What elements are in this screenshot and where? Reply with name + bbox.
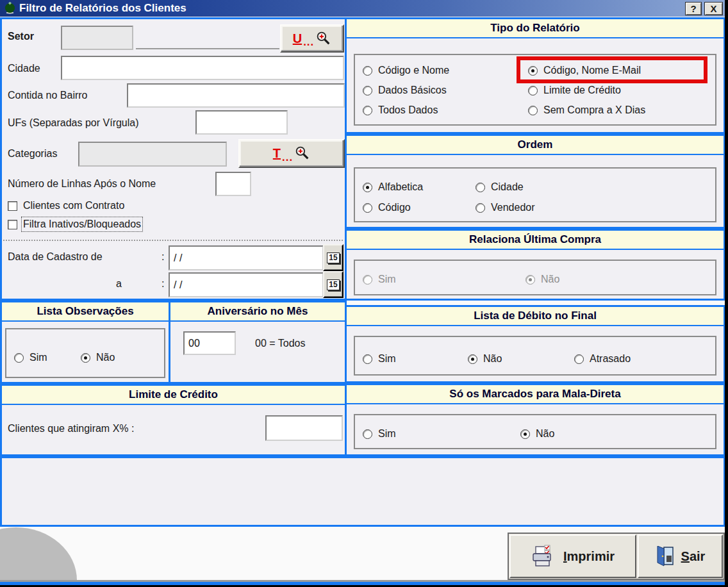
panel-header: Ordem — [347, 136, 724, 155]
radio-icon — [363, 106, 372, 115]
radio-icon-selected — [528, 66, 538, 76]
limite-credito-input[interactable] — [265, 415, 343, 441]
categorias-field — [78, 142, 227, 167]
radio-icon — [363, 275, 372, 285]
date-from-calendar-button[interactable]: 15 — [323, 244, 343, 271]
date-from-input[interactable] — [169, 245, 324, 270]
colon: : — [161, 251, 164, 263]
radio-limite-de-credito[interactable]: Limite de Crédito — [528, 84, 621, 97]
title-bar: Filtro de Relatórios dos Clientes ? X — [0, 0, 728, 17]
imprimir-button[interactable]: Imprimir — [509, 534, 636, 578]
radio-cidade[interactable]: Cidade — [476, 181, 524, 194]
aniversario-mes-input[interactable] — [183, 331, 236, 355]
radio-icon — [363, 86, 372, 95]
categorias-label: Categorias — [8, 148, 57, 160]
empty-bottom-panel — [0, 456, 725, 527]
imprimir-label: Imprimir — [563, 549, 615, 564]
radio-icon-selected — [520, 429, 530, 439]
radio-relaciona-sim-disabled: Sim — [363, 273, 396, 286]
num-linhas-label: Número de Linhas Após o Nome — [8, 178, 156, 190]
radio-debito-atrasado[interactable]: Atrasado — [574, 352, 631, 365]
radio-icon — [363, 429, 372, 439]
radio-icon — [476, 183, 485, 192]
bairro-label: Contida no Bairro — [8, 90, 88, 101]
radio-icon-selected — [81, 353, 90, 363]
panel-header: Aniversário no Mês — [170, 302, 345, 322]
setor-field — [61, 26, 133, 50]
ufs-input[interactable] — [195, 110, 288, 135]
cidade-label: Cidade — [8, 63, 40, 74]
exit-door-icon — [656, 546, 675, 566]
action-button-panel: Imprimir Sair — [508, 533, 725, 580]
bairro-input[interactable] — [127, 83, 345, 108]
radio-codigo-e-nome[interactable]: Código e Nome — [363, 64, 449, 77]
date-to-input[interactable] — [169, 272, 324, 297]
radio-codigo-nome-email[interactable]: Código, Nome E-Mail — [528, 64, 641, 77]
radio-vendedor[interactable]: Vendedor — [476, 201, 535, 214]
radio-mala-nao[interactable]: Não — [520, 427, 554, 440]
decorative-ellipse — [0, 527, 77, 587]
magnifier-icon — [315, 31, 331, 47]
data-cadastro-label: Data de Cadastro de — [8, 251, 103, 263]
radio-debito-sim[interactable]: Sim — [363, 352, 396, 365]
panel-header: Só os Marcados para Mala-Direta — [347, 385, 724, 404]
panel-header: Lista Observações — [2, 302, 169, 322]
panel-header: Tipo do Relatório — [347, 19, 724, 38]
radio-debito-nao[interactable]: Não — [468, 352, 502, 365]
window-title: Filtro de Relatórios dos Clientes — [19, 2, 186, 15]
date-to-calendar-button[interactable]: 15 — [323, 271, 343, 298]
radio-icon — [528, 86, 538, 95]
checkbox-icon — [8, 220, 17, 229]
radio-codigo[interactable]: Código — [363, 201, 411, 214]
radio-icon — [528, 106, 538, 115]
radio-alfabetica[interactable]: Alfabetica — [363, 181, 423, 194]
panel-header: Lista de Débito no Final — [347, 307, 724, 326]
dialog-filtro-relatorios: Filtro de Relatórios dos Clientes ? X Se… — [0, 0, 728, 587]
sair-button[interactable]: Sair — [638, 534, 723, 578]
radio-observacoes-nao[interactable]: Não — [81, 351, 115, 364]
radio-icon-selected — [363, 183, 372, 192]
aniversario-hint: 00 = Todos — [255, 338, 305, 349]
lista-debito-groupbox — [354, 336, 716, 376]
setor-underline — [136, 48, 279, 49]
radio-icon — [14, 353, 24, 363]
calendar-icon: 15 — [327, 252, 339, 263]
lookup-letter: U — [293, 31, 302, 46]
radio-icon-selected — [525, 275, 535, 285]
checkbox-label-focused: Filtra Inativos/Bloqueados — [23, 219, 141, 230]
checkbox-clientes-contrato[interactable]: Clientes com Contrato — [8, 200, 124, 211]
dotted-separator — [3, 240, 343, 241]
radio-icon — [476, 203, 485, 213]
right-black-edge — [725, 0, 728, 587]
panel-header: Relaciona Última Compra — [347, 231, 724, 250]
cidade-input[interactable] — [61, 56, 344, 80]
printer-icon — [531, 545, 557, 568]
lookup-letter: T — [273, 146, 281, 161]
checkbox-icon — [8, 201, 17, 211]
colon: : — [161, 278, 164, 290]
categorias-lookup-button[interactable]: T ... — [238, 139, 345, 168]
app-icon — [4, 2, 16, 14]
num-linhas-input[interactable] — [215, 172, 251, 196]
ordem-groupbox — [354, 167, 716, 222]
checkbox-label: Clientes com Contrato — [23, 200, 124, 211]
data-a-label: a — [116, 278, 122, 290]
radio-mala-sim[interactable]: Sim — [363, 427, 396, 440]
close-button[interactable]: X — [704, 2, 723, 15]
magnifier-icon — [294, 145, 310, 161]
radio-sem-compra-x-dias[interactable]: Sem Compra a X Dias — [528, 104, 645, 117]
checkbox-filtra-inativos[interactable]: Filtra Inativos/Bloqueados — [8, 219, 141, 230]
radio-observacoes-sim[interactable]: Sim — [14, 351, 47, 364]
limite-credito-label: Clientes que atingiram X% : — [8, 423, 134, 434]
lookup-dots: ... — [303, 36, 314, 49]
radio-dados-basicos[interactable]: Dados Básicos — [363, 84, 447, 97]
radio-todos-dados[interactable]: Todos Dados — [363, 104, 438, 117]
radio-icon — [363, 354, 372, 364]
help-button[interactable]: ? — [685, 2, 702, 15]
lookup-dots: ... — [282, 151, 293, 164]
radio-icon — [363, 203, 372, 213]
setor-lookup-button[interactable]: U ... — [280, 24, 344, 53]
radio-icon — [574, 354, 584, 364]
panel-header: Limite de Crédito — [2, 386, 345, 405]
radio-icon — [363, 66, 372, 76]
